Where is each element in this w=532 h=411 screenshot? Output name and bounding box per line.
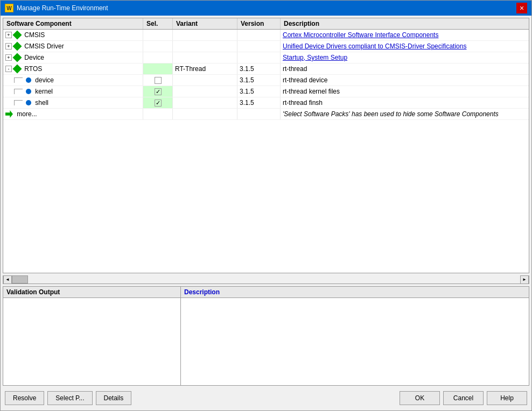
component-label: CMSIS — [24, 31, 45, 39]
diamond-icon — [13, 42, 22, 51]
version-cell: 3.1.5 — [237, 75, 281, 86]
validation-panel: Validation Output — [3, 287, 181, 385]
diamond-icon — [13, 31, 22, 40]
variant-cell — [173, 97, 237, 108]
details-button[interactable]: Details — [96, 391, 132, 405]
version-cell — [237, 41, 281, 52]
expand-rtos-button[interactable]: - — [5, 66, 12, 72]
component-name-cell: shell — [3, 97, 143, 108]
version-cell — [237, 109, 281, 119]
description-cell: rt-thread finsh — [281, 97, 529, 108]
close-button[interactable]: × — [516, 3, 527, 13]
col-header-version: Version — [237, 18, 281, 29]
variant-cell — [173, 86, 237, 97]
more-description: 'Select Software Packs' has been used to… — [283, 110, 499, 118]
expand-device-button[interactable]: + — [5, 54, 12, 61]
checkbox-device[interactable] — [155, 77, 162, 84]
scroll-right-button[interactable]: ► — [520, 275, 529, 284]
table-row: + Device Startup, System Setup — [3, 52, 529, 63]
version-cell: 3.1.5 — [237, 86, 281, 97]
variant-cell — [173, 41, 237, 52]
sel-cell — [143, 52, 173, 63]
table-row: kernel ✓ 3.1.5 rt-thread kernel files — [3, 86, 529, 97]
description-panel: Description — [181, 287, 529, 385]
variant-cell — [173, 30, 237, 40]
version-cell — [237, 30, 281, 40]
component-name-cell: + Device — [3, 52, 143, 63]
col-header-sel: Sel. — [143, 18, 173, 29]
version-cell: 3.1.5 — [237, 97, 281, 108]
table-row: - RTOS RT-Thread 3.1.5 rt-thread — [3, 63, 529, 75]
app-icon: W — [5, 4, 13, 12]
variant-cell — [173, 52, 237, 63]
version-cell — [237, 52, 281, 63]
version-cell: 3.1.5 — [237, 63, 281, 74]
table-header: Software Component Sel. Variant Version … — [3, 18, 529, 30]
component-label: device — [35, 76, 54, 84]
diamond-icon — [13, 53, 22, 62]
description-cell[interactable]: Startup, System Setup — [281, 52, 529, 63]
sel-cell-device[interactable] — [143, 75, 173, 86]
col-header-component: Software Component — [3, 18, 143, 29]
resolve-button[interactable]: Resolve — [5, 391, 44, 405]
scroll-thumb[interactable] — [12, 275, 28, 284]
scroll-track[interactable] — [12, 275, 520, 284]
component-name-cell: + CMSIS — [3, 30, 143, 40]
dialog-window: W Manage Run-Time Environment × Software… — [0, 0, 532, 411]
circle-icon — [26, 89, 31, 94]
description-cell[interactable]: Unified Device Drivers compliant to CMSI… — [281, 41, 529, 52]
cancel-button[interactable]: Cancel — [443, 391, 484, 405]
component-label: kernel — [35, 88, 53, 95]
description-header: Description — [181, 287, 529, 298]
description-cell: rt-thread kernel files — [281, 86, 529, 97]
table-row: + CMSIS Cortex Microcontroller Software … — [3, 30, 529, 41]
description-link[interactable]: Cortex Microcontroller Software Interfac… — [283, 31, 438, 39]
component-name-cell: - RTOS — [3, 63, 143, 74]
variant-cell — [173, 109, 237, 119]
component-label: CMSIS Driver — [24, 42, 64, 50]
table-body: + CMSIS Cortex Microcontroller Software … — [3, 30, 529, 273]
arrow-icon — [5, 110, 13, 118]
table-row: device 3.1.5 rt-thread device — [3, 75, 529, 86]
table-row-more: more... 'Select Software Packs' has been… — [3, 109, 529, 120]
description-cell: 'Select Software Packs' has been used to… — [281, 109, 529, 119]
component-label: more... — [17, 110, 37, 118]
sel-cell — [143, 109, 173, 119]
validation-header: Validation Output — [3, 287, 180, 298]
component-name-cell: kernel — [3, 86, 143, 97]
description-link[interactable]: Unified Device Drivers compliant to CMSI… — [283, 42, 466, 50]
sel-cell-kernel[interactable]: ✓ — [143, 86, 173, 97]
component-label: shell — [35, 99, 48, 107]
expand-cmsis-button[interactable]: + — [5, 32, 12, 38]
col-header-description: Description — [281, 18, 529, 29]
sel-cell-shell[interactable]: ✓ — [143, 97, 173, 108]
description-cell: rt-thread device — [281, 75, 529, 86]
col-header-variant: Variant — [173, 18, 237, 29]
dialog-title: Manage Run-Time Environment — [17, 4, 108, 12]
component-name-cell: + CMSIS Driver — [3, 41, 143, 52]
description-cell[interactable]: Cortex Microcontroller Software Interfac… — [281, 30, 529, 40]
bottom-panels: Validation Output Description — [3, 286, 529, 386]
variant-cell: RT-Thread — [173, 63, 237, 74]
diamond-icon — [13, 65, 22, 74]
description-content — [181, 298, 529, 385]
expand-cmsis-driver-button[interactable]: + — [5, 43, 12, 49]
component-label: RTOS — [24, 65, 42, 73]
component-label: Device — [24, 54, 44, 61]
component-name-cell: more... — [3, 109, 143, 119]
horizontal-scrollbar[interactable]: ◄ ► — [3, 275, 529, 284]
select-p-button[interactable]: Select P... — [47, 391, 92, 405]
checkbox-shell[interactable]: ✓ — [155, 100, 162, 107]
scroll-left-button[interactable]: ◄ — [3, 275, 12, 284]
component-table-area: Software Component Sel. Variant Version … — [3, 18, 529, 273]
component-name-cell: device — [3, 75, 143, 86]
ok-button[interactable]: OK — [400, 391, 440, 405]
validation-content — [3, 298, 180, 385]
help-button[interactable]: Help — [487, 391, 527, 405]
checkbox-kernel[interactable]: ✓ — [155, 88, 162, 95]
description-link[interactable]: Startup, System Setup — [283, 54, 347, 61]
main-content: Software Component Sel. Variant Version … — [1, 16, 531, 410]
description-cell: rt-thread — [281, 63, 529, 74]
table-row: + CMSIS Driver Unified Device Drivers co… — [3, 41, 529, 52]
variant-cell — [173, 75, 237, 86]
